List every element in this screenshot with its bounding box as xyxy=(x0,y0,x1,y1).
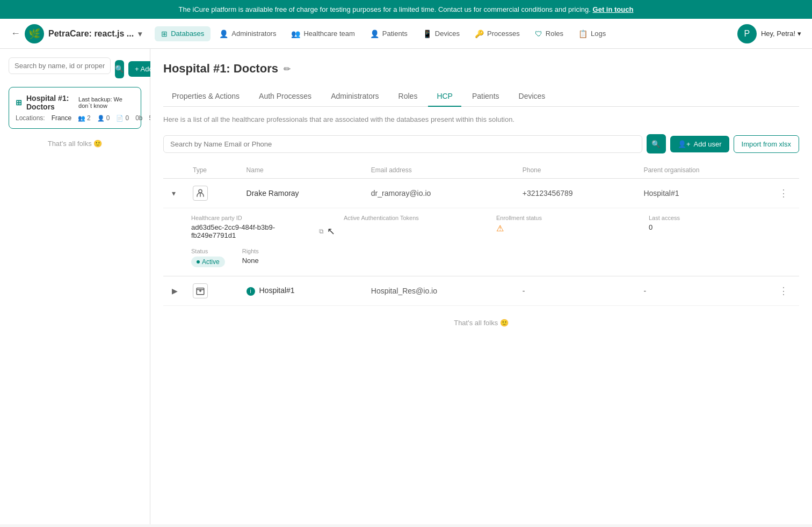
hcp-toolbar: 🔍 👤+ Add user Import from xlsx xyxy=(163,134,799,153)
col-org: Parent organisation xyxy=(637,162,768,179)
nav-processes[interactable]: 🔑 Processes xyxy=(468,26,526,41)
row2-more-button[interactable]: ⋮ xyxy=(774,283,793,299)
banner-link[interactable]: Get in touch xyxy=(593,5,634,13)
row2-expand-button[interactable]: ▶ xyxy=(170,284,180,297)
users-stat-icon: 👥 xyxy=(78,115,85,122)
main-layout: 🔍 + Add database ⊞ Hospital #1: Doctors … xyxy=(0,49,812,524)
import-button[interactable]: Import from xlsx xyxy=(734,135,799,153)
devices-icon: 📱 xyxy=(423,30,432,38)
administrators-icon: 👤 xyxy=(219,30,228,38)
expanded-hcp-id: Healthcare party ID ad63d5ec-2cc9-484f-b… xyxy=(191,215,335,239)
databases-icon: ⊞ xyxy=(161,30,168,38)
db-meta: Locations: France 👥 2 👤 0 📄 0 0b xyxy=(16,114,134,122)
hcp-id-label: Healthcare party ID xyxy=(191,215,335,221)
user-greeting[interactable]: Hey, Petra! ▾ xyxy=(761,30,801,38)
nav-items: ⊞ Databases 👤 Administrators 👥 Healthcar… xyxy=(155,26,733,41)
svg-point-0 xyxy=(199,189,202,193)
navigation: ← 🌿 PetraCare: react.js ... ▾ ⊞ Database… xyxy=(0,19,812,49)
add-user-button[interactable]: 👤+ Add user xyxy=(670,136,729,152)
database-card[interactable]: ⊞ Hospital #1: Doctors Last backup: We d… xyxy=(9,87,141,129)
sidebar-search-button[interactable]: 🔍 xyxy=(115,60,124,78)
row2-type-icon xyxy=(193,283,208,298)
rights-label: Rights xyxy=(242,248,259,254)
tab-auth-processes[interactable]: Auth Processes xyxy=(250,86,320,107)
main-thats-all: That's all folks 🙂 xyxy=(163,306,799,340)
hcp-search-input[interactable] xyxy=(163,135,642,153)
expanded-rights: Rights None xyxy=(242,248,259,267)
hcp-subtitle: Here is a list of all the healthcare pro… xyxy=(163,115,799,123)
db-stat-admins: 👤 0 xyxy=(97,114,110,122)
expanded-status: Status Active xyxy=(191,248,225,267)
copy-icon[interactable]: ⧉ xyxy=(319,228,324,235)
admins-stat-icon: 👤 xyxy=(97,115,105,122)
expanded-enrollment: Enrollment status ⚠ xyxy=(496,215,640,239)
tab-properties[interactable]: Properties & Actions xyxy=(163,86,248,107)
nav-healthcare-team[interactable]: 👥 Healthcare team xyxy=(285,26,361,41)
healthcare-team-icon: 👥 xyxy=(291,30,300,38)
edit-icon[interactable]: ✏ xyxy=(284,64,291,74)
row2-email: Hospital_Res@io.io xyxy=(365,276,516,306)
back-button[interactable]: ← xyxy=(11,28,20,39)
brand-chevron[interactable]: ▾ xyxy=(138,30,142,38)
row2-phone: - xyxy=(516,276,637,306)
processes-icon: 🔑 xyxy=(475,30,484,38)
top-banner: The iCure platform is available free of … xyxy=(0,0,812,19)
row2-type-cell xyxy=(186,276,240,306)
col-actions xyxy=(768,162,799,179)
status-dot xyxy=(197,260,200,264)
sidebar: 🔍 + Add database ⊞ Hospital #1: Doctors … xyxy=(0,49,150,524)
expanded-last-access: Last access 0 xyxy=(649,215,793,239)
patients-icon: 👤 xyxy=(370,30,379,38)
roles-icon: 🛡 xyxy=(535,30,542,38)
nav-databases[interactable]: ⊞ Databases xyxy=(155,26,211,41)
row2-expand-cell: ▶ xyxy=(163,276,186,306)
hcp-table-body: ▾ Drake Ramoray dr_ramoray@io.io +321234… xyxy=(163,179,799,306)
row1-email: dr_ramoray@io.io xyxy=(365,179,516,208)
sidebar-search-input[interactable] xyxy=(9,57,111,74)
content-header: Hospital #1: Doctors ✏ xyxy=(163,62,799,76)
nav-administrators[interactable]: 👤 Administrators xyxy=(213,26,282,41)
nav-roles[interactable]: 🛡 Roles xyxy=(528,26,570,41)
hcp-table: Type Name Email address Phone Parent org… xyxy=(163,162,799,306)
db-stat-size1: 0b xyxy=(135,114,142,122)
db-location-value: France xyxy=(52,114,71,122)
sidebar-search-container: 🔍 + Add database xyxy=(9,57,141,80)
warning-icon: ⚠ xyxy=(496,223,504,233)
db-location-label: Locations: xyxy=(16,114,45,122)
tab-devices[interactable]: Devices xyxy=(510,86,554,107)
brand-logo: 🌿 xyxy=(25,24,44,43)
col-phone: Phone xyxy=(516,162,637,179)
db-card-header: ⊞ Hospital #1: Doctors Last backup: We d… xyxy=(16,94,134,111)
row1-collapse-button[interactable]: ▾ xyxy=(170,187,178,200)
content-tabs: Properties & Actions Auth Processes Admi… xyxy=(163,86,799,107)
db-backup: Last backup: We don`t know xyxy=(78,96,134,109)
page-title: Hospital #1: Doctors xyxy=(163,62,278,76)
tab-hcp[interactable]: HCP xyxy=(428,86,461,107)
row1-org: Hospital#1 xyxy=(637,179,768,208)
expanded-auth-tokens: Active Authentication Tokens xyxy=(344,215,488,239)
row2-more-cell: ⋮ xyxy=(768,276,799,306)
hcp-table-header: Type Name Email address Phone Parent org… xyxy=(163,162,799,179)
tab-roles[interactable]: Roles xyxy=(390,86,426,107)
nav-devices[interactable]: 📱 Devices xyxy=(416,26,466,41)
nav-logs[interactable]: 📋 Logs xyxy=(572,26,612,41)
row1-more-button[interactable]: ⋮ xyxy=(774,185,793,201)
db-card-title: ⊞ Hospital #1: Doctors xyxy=(16,94,78,111)
hcp-id-value: ad63d5ec-2cc9-484f-b3b9-fb249e7791d1 ⧉ ↖ xyxy=(191,223,335,239)
enrollment-value: ⚠ xyxy=(496,223,640,233)
col-email: Email address xyxy=(365,162,516,179)
nav-patients[interactable]: 👤 Patients xyxy=(364,26,414,41)
row2-info-icon: i xyxy=(247,287,255,296)
last-access-label: Last access xyxy=(649,215,793,221)
expanded-grid: Healthcare party ID ad63d5ec-2cc9-484f-b… xyxy=(191,215,793,239)
brand-name: PetraCare: react.js ... ▾ xyxy=(48,29,142,39)
enrollment-label: Enrollment status xyxy=(496,215,640,221)
nav-right: P Hey, Petra! ▾ xyxy=(737,24,801,43)
hcp-search-button[interactable]: 🔍 xyxy=(647,134,666,153)
row1-type-icon xyxy=(193,186,208,201)
table-row: ▾ Drake Ramoray dr_ramoray@io.io +321234… xyxy=(163,179,799,208)
tab-administrators[interactable]: Administrators xyxy=(322,86,387,107)
row2-name: i Hospital#1 xyxy=(240,276,365,306)
status-label: Status xyxy=(191,248,225,254)
tab-patients[interactable]: Patients xyxy=(463,86,508,107)
